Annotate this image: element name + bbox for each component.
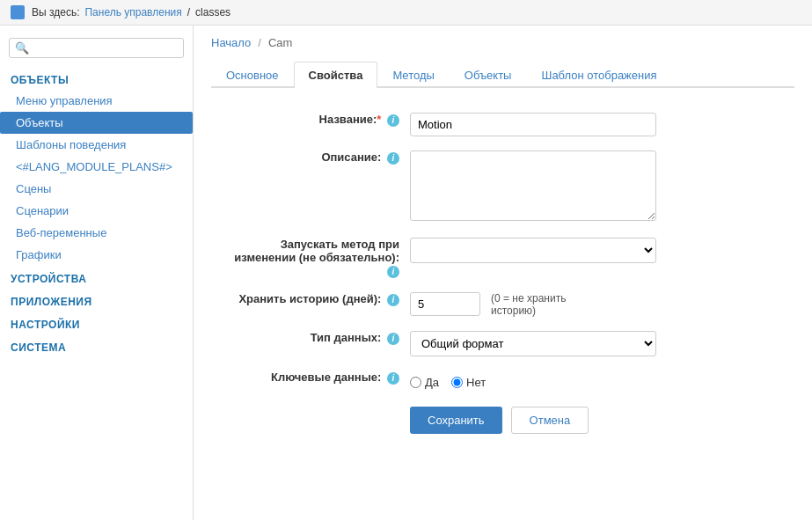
key-data-yes-label[interactable]: Да	[410, 376, 439, 389]
tab-basic[interactable]: Основное	[211, 62, 294, 88]
run-method-label: Запускать метод при изменении (не обязат…	[211, 231, 405, 285]
data-type-select[interactable]: Общий формат	[410, 331, 656, 356]
properties-form: Название:* i Описание: i	[211, 106, 794, 396]
sidebar: 🔍 ОБЪЕКТЫ Меню управления Объекты Шаблон…	[0, 26, 194, 520]
page-breadcrumb-home[interactable]: Начало	[211, 36, 251, 49]
description-info-icon[interactable]: i	[387, 152, 399, 165]
key-data-radio-group: Да Нет	[410, 371, 789, 389]
top-breadcrumb: Вы здесь: Панель управления / classes	[0, 0, 812, 26]
breadcrumb-current: classes	[195, 6, 230, 18]
sidebar-item-objects[interactable]: Объекты	[0, 112, 193, 134]
page-breadcrumb: Начало / Cam	[211, 36, 794, 49]
main-layout: 🔍 ОБЪЕКТЫ Меню управления Объекты Шаблон…	[0, 26, 812, 520]
section-title-settings: НАСТРОЙКИ	[0, 312, 193, 334]
page-breadcrumb-sep: /	[258, 36, 261, 49]
sidebar-item-graphs[interactable]: Графики	[0, 244, 193, 266]
name-input[interactable]	[410, 113, 656, 136]
tab-bar: Основное Свойства Методы Объекты Шаблон …	[211, 62, 794, 88]
history-input[interactable]	[410, 292, 480, 316]
form-row-data-type: Тип данных: i Общий формат	[211, 324, 794, 363]
section-title-system: СИСТЕМА	[0, 334, 193, 357]
name-label: Название:* i	[211, 106, 405, 143]
search-icon: 🔍	[15, 41, 29, 55]
page-breadcrumb-current: Cam	[268, 36, 292, 49]
sidebar-item-scenarios[interactable]: Сценарии	[0, 200, 193, 222]
search-input[interactable]	[33, 41, 178, 55]
form-row-key-data: Ключевые данные: i Да Нет	[211, 363, 794, 396]
tab-methods[interactable]: Методы	[377, 62, 449, 88]
form-row-name: Название:* i	[211, 106, 794, 143]
save-button[interactable]: Сохранить	[410, 407, 502, 434]
name-info-icon[interactable]: i	[387, 114, 399, 127]
history-input-wrap: (0 = не хранить историю)	[410, 292, 789, 317]
sidebar-item-webvars[interactable]: Веб-переменные	[0, 222, 193, 244]
sidebar-item-plans[interactable]: <#LANG_MODULE_PLANS#>	[0, 156, 193, 178]
sidebar-item-scenes[interactable]: Сцены	[0, 178, 193, 200]
cancel-button[interactable]: Отмена	[511, 407, 589, 434]
history-hint: (0 = не хранить историю)	[491, 292, 596, 317]
main-content: Начало / Cam Основное Свойства Методы Об…	[194, 26, 812, 520]
form-row-description: Описание: i	[211, 143, 794, 231]
key-data-yes-radio[interactable]	[410, 377, 421, 388]
home-icon	[11, 5, 25, 19]
key-data-no-label[interactable]: Нет	[451, 376, 486, 389]
history-info-icon[interactable]: i	[387, 294, 399, 306]
sidebar-item-behavior[interactable]: Шаблоны поведения	[0, 134, 193, 156]
tab-objects[interactable]: Объекты	[450, 62, 527, 88]
key-data-no-radio[interactable]	[451, 377, 463, 388]
tab-properties[interactable]: Свойства	[294, 62, 378, 88]
run-method-info-icon[interactable]: i	[387, 266, 399, 278]
description-label: Описание: i	[211, 143, 405, 231]
form-row-run-method: Запускать метод при изменении (не обязат…	[211, 231, 794, 285]
history-label: Хранить историю (дней): i	[211, 285, 405, 324]
section-title-devices: УСТРОЙСТВА	[0, 266, 193, 289]
key-data-info-icon[interactable]: i	[387, 372, 399, 385]
data-type-label: Тип данных: i	[211, 324, 405, 363]
section-title-objects: ОБЪЕКТЫ	[0, 67, 193, 90]
search-box[interactable]: 🔍	[9, 38, 184, 58]
breadcrumb-prefix: Вы здесь:	[32, 6, 79, 18]
form-buttons: Сохранить Отмена	[211, 396, 794, 434]
key-data-label: Ключевые данные: i	[211, 363, 405, 396]
form-row-history: Хранить историю (дней): i (0 = не хранит…	[211, 285, 794, 324]
description-input[interactable]	[410, 150, 656, 221]
data-type-info-icon[interactable]: i	[387, 333, 399, 345]
sidebar-item-menu[interactable]: Меню управления	[0, 90, 193, 112]
tab-template[interactable]: Шаблон отображения	[526, 62, 671, 88]
breadcrumb-separator: /	[187, 6, 190, 18]
run-method-select[interactable]	[410, 238, 656, 263]
section-title-apps: ПРИЛОЖЕНИЯ	[0, 289, 193, 312]
breadcrumb-home-link[interactable]: Панель управления	[84, 6, 181, 18]
